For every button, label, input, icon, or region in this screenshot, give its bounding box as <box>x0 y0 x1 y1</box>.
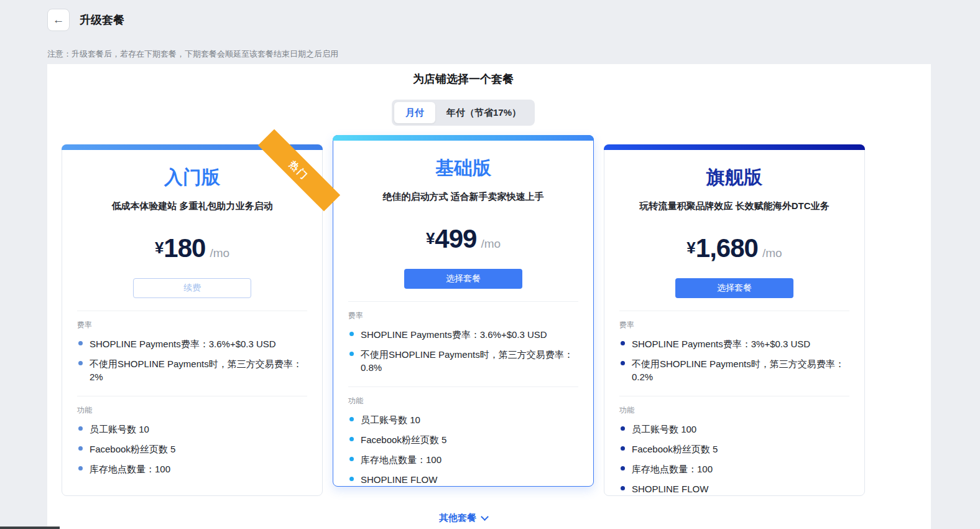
divider <box>348 386 578 387</box>
bullet-dot-icon <box>621 361 625 365</box>
feature-item: SHOPLINE FLOW <box>619 482 849 495</box>
rates-section: 费率 SHOPLINE Payments费率：3.6%+$0.3 USD 不使用… <box>333 311 593 374</box>
divider <box>348 301 578 302</box>
feature-item: 库存地点数量：100 <box>348 453 578 466</box>
price-period: /mo <box>762 246 782 260</box>
features-label: 功能 <box>619 405 849 416</box>
bullet-dot-icon <box>78 446 83 451</box>
features-section: 功能 员工账号数 10 Facebook粉丝页数 5 库存地点数量：100 <box>62 405 322 475</box>
billing-yearly-tab[interactable]: 年付（节省17%） <box>435 102 532 123</box>
bullet-dot-icon <box>621 486 625 490</box>
feature-item: Facebook粉丝页数 5 <box>619 442 849 456</box>
plan-tagline: 绝佳的启动方式 适合新手卖家快速上手 <box>333 191 593 203</box>
page-title: 升级套餐 <box>80 12 124 27</box>
feature-item: SHOPLINE FLOW <box>348 473 578 486</box>
feature-item: Facebook粉丝页数 5 <box>348 433 578 446</box>
features-section: 功能 员工账号数 100 Facebook粉丝页数 5 库存地点数量：100 S… <box>604 405 864 495</box>
card-top-strip <box>333 135 594 141</box>
bullet-dot-icon <box>349 457 354 461</box>
select-plan-button[interactable]: 选择套餐 <box>404 269 522 289</box>
plan-cards: 热门 入门版 低成本体验建站 多重礼包助力业务启动 ¥180/mo 续费 费率 … <box>62 144 865 496</box>
features-section: 功能 员工账号数 10 Facebook粉丝页数 5 库存地点数量：100 SH… <box>333 396 593 486</box>
rates-section: 费率 SHOPLINE Payments费率：3.6%+$0.3 USD 不使用… <box>62 320 322 383</box>
rates-label: 费率 <box>77 320 307 330</box>
bullet-dot-icon <box>349 417 354 421</box>
plan-name: 基础版 <box>333 156 593 181</box>
plan-name: 旗舰版 <box>604 165 864 190</box>
plan-card-starter: 热门 入门版 低成本体验建站 多重礼包助力业务启动 ¥180/mo 续费 费率 … <box>62 144 323 496</box>
billing-toggle: 月付 年付（节省17%） <box>392 100 535 126</box>
other-plans-row: 其他套餐 <box>62 512 865 529</box>
plan-tagline: 低成本体验建站 多重礼包助力业务启动 <box>62 200 322 212</box>
currency-symbol: ¥ <box>686 238 695 257</box>
plans-panel-inner: 为店铺选择一个套餐 月付 年付（节省17%） 热门 入门版 低成本体验建站 多重… <box>62 64 865 529</box>
features-label: 功能 <box>77 405 307 416</box>
billing-monthly-tab[interactable]: 月付 <box>394 102 435 123</box>
bullet-dot-icon <box>621 446 625 451</box>
bullet-dot-icon <box>78 361 83 365</box>
currency-symbol: ¥ <box>155 238 164 257</box>
price-amount: 180 <box>164 233 205 263</box>
plan-price: ¥180/mo <box>62 233 322 263</box>
feature-item: 库存地点数量：100 <box>77 462 307 475</box>
bullet-dot-icon <box>78 341 83 345</box>
bullet-dot-icon <box>349 437 354 441</box>
bottom-corner-strip <box>0 527 60 529</box>
back-button[interactable]: ← <box>47 9 70 31</box>
bullet-dot-icon <box>349 352 354 356</box>
feature-item: 员工账号数 10 <box>77 423 307 436</box>
page-header: ← 升级套餐 <box>47 9 124 31</box>
bullet-dot-icon <box>621 341 625 345</box>
price-amount: 1,680 <box>696 233 758 263</box>
features-label: 功能 <box>348 396 578 406</box>
rate-item: 不使用SHOPLINE Payments时，第三方交易费率：0.8% <box>348 348 578 374</box>
rate-item: SHOPLINE Payments费率：3.6%+$0.3 USD <box>348 328 578 341</box>
bullet-dot-icon <box>621 426 625 431</box>
rate-item: 不使用SHOPLINE Payments时，第三方交易费率：0.2% <box>619 357 849 383</box>
divider <box>619 396 849 396</box>
plans-panel: 为店铺选择一个套餐 月付 年付（节省17%） 热门 入门版 低成本体验建站 多重… <box>47 64 931 529</box>
price-period: /mo <box>210 246 229 260</box>
other-plans-link[interactable]: 其他套餐 <box>439 512 488 524</box>
plan-price: ¥499/mo <box>333 224 593 254</box>
plan-price: ¥1,680/mo <box>604 233 864 263</box>
price-period: /mo <box>481 237 501 250</box>
card-top-strip <box>604 144 865 150</box>
feature-item: 员工账号数 100 <box>619 423 849 436</box>
panel-title: 为店铺选择一个套餐 <box>62 64 865 87</box>
bullet-dot-icon <box>349 477 354 481</box>
currency-symbol: ¥ <box>426 229 435 248</box>
plan-tagline: 玩转流量积聚品牌效应 长效赋能海外DTC业务 <box>604 200 864 212</box>
feature-item: 库存地点数量：100 <box>619 462 849 475</box>
price-amount: 499 <box>435 224 476 253</box>
chevron-down-icon <box>481 513 489 521</box>
feature-item: Facebook粉丝页数 5 <box>77 442 307 456</box>
bullet-dot-icon <box>621 466 625 470</box>
plan-card-flagship: 旗舰版 玩转流量积聚品牌效应 长效赋能海外DTC业务 ¥1,680/mo 选择套… <box>604 144 865 496</box>
rate-item: 不使用SHOPLINE Payments时，第三方交易费率：2% <box>77 357 307 383</box>
divider <box>77 396 307 396</box>
bullet-dot-icon <box>78 426 83 431</box>
bullet-dot-icon <box>78 466 83 470</box>
divider <box>619 311 849 311</box>
rate-item: SHOPLINE Payments费率：3.6%+$0.3 USD <box>77 337 307 350</box>
renew-button[interactable]: 续费 <box>133 278 251 298</box>
plan-card-basic: 基础版 绝佳的启动方式 适合新手卖家快速上手 ¥499/mo 选择套餐 费率 S… <box>333 135 594 487</box>
back-arrow-icon: ← <box>53 13 65 27</box>
feature-item: 员工账号数 10 <box>348 413 578 426</box>
bullet-dot-icon <box>349 332 354 336</box>
divider <box>77 311 307 311</box>
rate-item: SHOPLINE Payments费率：3%+$0.3 USD <box>619 337 849 350</box>
rates-label: 费率 <box>619 320 849 330</box>
upgrade-note: 注意：升级套餐后，若存在下期套餐，下期套餐会顺延至该套餐结束日期之后启用 <box>47 49 338 60</box>
rates-section: 费率 SHOPLINE Payments费率：3%+$0.3 USD 不使用SH… <box>604 320 864 383</box>
select-plan-button[interactable]: 选择套餐 <box>675 278 793 298</box>
rates-label: 费率 <box>348 311 578 321</box>
